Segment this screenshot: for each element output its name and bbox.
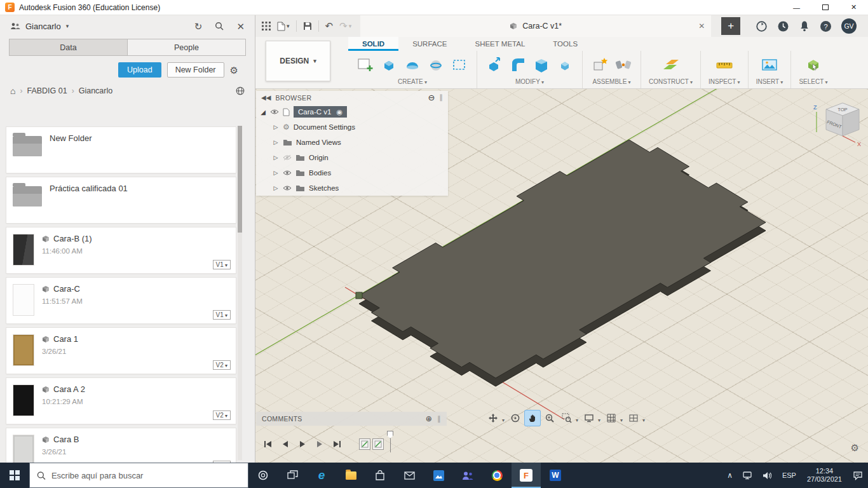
browser-node-named-views[interactable]: ▷ Named Views xyxy=(256,135,448,150)
upload-button[interactable]: Upload xyxy=(118,62,161,78)
timeline-sketch-feature[interactable] xyxy=(359,438,370,450)
close-panel-icon[interactable]: ✕ xyxy=(236,22,245,31)
expand-arrow-icon[interactable]: ▷ xyxy=(273,170,279,176)
new-tab-button[interactable]: + xyxy=(721,17,740,35)
home-icon[interactable]: ⌂ xyxy=(10,86,15,96)
tray-show-hidden-icons[interactable]: ∧ xyxy=(722,471,738,480)
timeline-step-forward-button[interactable] xyxy=(313,438,326,451)
expand-arrow-icon[interactable]: ▷ xyxy=(273,185,279,191)
combine-icon[interactable] xyxy=(555,55,574,74)
cortana-button[interactable] xyxy=(248,463,278,488)
group-label-construct[interactable]: CONSTRUCT xyxy=(649,78,693,88)
close-button[interactable]: ✕ xyxy=(839,0,868,15)
timeline-playhead[interactable] xyxy=(387,436,393,452)
minimize-browser-icon[interactable]: ⊖ xyxy=(428,93,435,102)
tab-people[interactable]: People xyxy=(127,39,245,55)
scrollbar-thumb[interactable] xyxy=(238,126,242,233)
group-label-select[interactable]: SELECT xyxy=(799,78,827,88)
undo-icon[interactable]: ↶ xyxy=(325,20,334,32)
list-item-design[interactable]: Cara A 2 10:21:29 AM V2 xyxy=(6,378,236,424)
browser-root-row[interactable]: ◢ Cara-C v1 ◉ xyxy=(256,104,448,119)
visibility-eye-off-icon[interactable] xyxy=(283,154,292,161)
refresh-icon[interactable]: ↻ xyxy=(194,22,203,31)
visibility-eye-icon[interactable] xyxy=(283,170,292,176)
list-item-folder[interactable]: Práctica calificada 01 xyxy=(6,177,236,223)
grid-snap-button[interactable] xyxy=(604,410,619,426)
data-panel-scrollbar[interactable] xyxy=(238,126,242,460)
redo-button[interactable]: ↷ ▾ xyxy=(339,20,351,32)
zoom-button[interactable] xyxy=(542,410,557,426)
create-sketch-icon[interactable] xyxy=(356,55,375,74)
new-folder-button[interactable]: New Folder xyxy=(167,62,224,78)
activate-component-icon[interactable]: ◉ xyxy=(336,108,342,116)
list-item-design[interactable]: Cara-C 11:51:57 AM V1 xyxy=(6,278,236,323)
timeline-go-to-start-button[interactable] xyxy=(262,438,275,451)
measure-icon[interactable] xyxy=(715,55,734,74)
group-label-inspect[interactable]: INSPECT xyxy=(709,78,740,88)
taskbar-icon-photos[interactable] xyxy=(424,463,453,488)
chevron-down-icon[interactable]: ▾ xyxy=(576,417,578,423)
task-view-button[interactable] xyxy=(278,463,307,488)
list-item-folder[interactable]: New Folder xyxy=(6,127,236,173)
taskbar-icon-teams[interactable] xyxy=(453,463,482,488)
insert-canvas-icon[interactable] xyxy=(760,55,779,74)
language-indicator[interactable]: ESP xyxy=(777,471,801,479)
fillet-icon[interactable] xyxy=(508,55,527,74)
browser-root-node[interactable]: Cara-C v1 ◉ xyxy=(294,106,347,118)
tab-solid[interactable]: SOLID xyxy=(348,37,398,51)
chevron-down-icon[interactable]: ▾ xyxy=(642,417,645,423)
tab-close-icon[interactable]: ✕ xyxy=(698,22,705,30)
bell-icon[interactable] xyxy=(799,20,810,32)
app-grid-icon[interactable] xyxy=(262,22,271,30)
taskbar-clock[interactable]: 12:34 27/03/2021 xyxy=(801,467,848,484)
tab-sheet-metal[interactable]: SHEET METAL xyxy=(461,37,539,51)
version-badge[interactable]: V2 xyxy=(213,360,231,370)
taskbar-icon-explorer[interactable] xyxy=(336,463,365,488)
tab-data[interactable]: Data xyxy=(10,39,127,55)
taskbar-icon-edge[interactable]: e xyxy=(307,463,336,488)
group-label-insert[interactable]: INSERT xyxy=(756,78,783,88)
comments-bar[interactable]: COMMENTS ⊕ ∥ xyxy=(256,412,447,426)
browser-node-bodies[interactable]: ▷ Bodies xyxy=(256,165,448,180)
chevron-down-icon[interactable]: ▾ xyxy=(502,417,505,423)
add-comment-icon[interactable]: ⊕ xyxy=(426,414,432,423)
chevron-down-icon[interactable]: ▾ xyxy=(620,417,623,423)
action-center-icon[interactable] xyxy=(848,471,868,480)
viewports-button[interactable] xyxy=(626,410,641,426)
timeline-sketch-feature[interactable] xyxy=(372,438,384,450)
help-icon[interactable]: ? xyxy=(820,20,832,32)
viewport-canvas[interactable]: ◀◀ BROWSER ⊖ ∥ ◢ Cara-C v1 ◉ ▷ ⚙ xyxy=(255,89,868,463)
group-label-create[interactable]: CREATE xyxy=(398,78,427,88)
document-tab[interactable]: Cara-C v1* ✕ xyxy=(360,15,711,37)
revolve-icon[interactable] xyxy=(403,55,422,74)
origin-point[interactable] xyxy=(356,292,362,299)
taskbar-icon-mail[interactable] xyxy=(395,463,424,488)
display-settings-button[interactable] xyxy=(581,410,597,426)
timeline-go-to-end-button[interactable] xyxy=(330,438,343,451)
panel-settings-gear-icon[interactable]: ⚙ xyxy=(230,65,238,75)
tab-surface[interactable]: SURFACE xyxy=(398,37,461,51)
expand-arrow-icon[interactable]: ▷ xyxy=(273,154,279,161)
joint-icon[interactable] xyxy=(614,55,633,74)
version-badge[interactable]: V1 xyxy=(213,260,231,269)
list-item-design[interactable]: Cara B 3/26/21 V2 xyxy=(6,428,236,463)
version-badge[interactable]: V2 xyxy=(213,410,231,420)
search-input[interactable] xyxy=(51,471,241,480)
group-label-modify[interactable]: MODIFY xyxy=(515,78,544,88)
taskbar-icon-fusion[interactable]: F xyxy=(512,463,541,488)
taskbar-search[interactable] xyxy=(29,463,248,488)
user-avatar[interactable]: GV xyxy=(841,18,857,34)
timeline-play-button[interactable] xyxy=(296,438,309,451)
press-pull-icon[interactable] xyxy=(485,55,504,74)
panel-grip[interactable]: ∥ xyxy=(437,415,441,423)
zoom-window-button[interactable] xyxy=(559,410,574,426)
taskbar-icon-chrome[interactable] xyxy=(482,463,512,488)
expand-arrow-icon[interactable]: ◢ xyxy=(260,109,266,116)
extrude-icon[interactable] xyxy=(379,55,398,74)
visibility-eye-icon[interactable] xyxy=(270,109,279,115)
preferences-gear-icon[interactable]: ⚙ xyxy=(851,442,859,454)
expand-arrow-icon[interactable]: ▷ xyxy=(273,139,279,146)
browser-node-origin[interactable]: ▷ Origin xyxy=(256,150,448,165)
job-status-icon[interactable] xyxy=(756,20,768,32)
form-icon[interactable] xyxy=(426,55,445,74)
